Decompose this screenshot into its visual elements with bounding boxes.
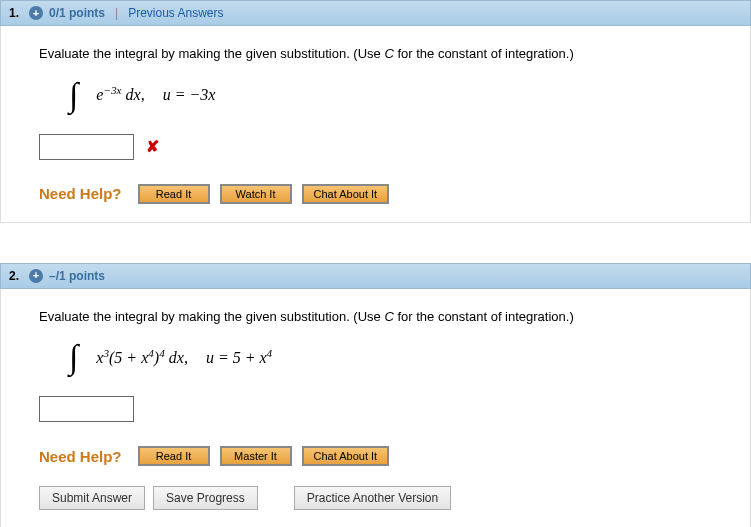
help-row: Need Help? Read It Watch It Chat About I… <box>39 184 732 204</box>
chat-about-it-button[interactable]: Chat About It <box>302 446 390 466</box>
integral-icon: ∫ <box>69 78 78 112</box>
integrand: e−3x dx, <box>96 84 144 104</box>
previous-answers-link[interactable]: Previous Answers <box>128 6 223 20</box>
question-body: Evaluate the integral by making the give… <box>0 26 751 223</box>
bottom-actions: Submit Answer Save Progress Practice Ano… <box>39 486 732 510</box>
prompt-text-b: for the constant of integration.) <box>394 46 574 61</box>
points-text: 0/1 points <box>49 6 105 20</box>
prompt-text-b: for the constant of integration.) <box>394 309 574 324</box>
prompt-text-a: Evaluate the integral by making the give… <box>39 309 384 324</box>
question-block: 2. + –/1 points Evaluate the integral by… <box>0 263 751 528</box>
read-it-button[interactable]: Read It <box>138 184 210 204</box>
prompt-const: C <box>384 309 393 324</box>
prompt-text-a: Evaluate the integral by making the give… <box>39 46 384 61</box>
submit-answer-button[interactable]: Submit Answer <box>39 486 145 510</box>
save-progress-button[interactable]: Save Progress <box>153 486 258 510</box>
points-text: –/1 points <box>49 269 105 283</box>
substitution: u = −3x <box>163 86 216 104</box>
math-expression: ∫ x3(5 + x4)4 dx, u = 5 + x4 <box>69 340 732 374</box>
practice-another-button[interactable]: Practice Another Version <box>294 486 451 510</box>
question-header: 2. + –/1 points <box>0 263 751 289</box>
question-block: 1. + 0/1 points | Previous Answers Evalu… <box>0 0 751 223</box>
question-number: 2. <box>9 269 19 283</box>
integrand: x3(5 + x4)4 dx, <box>96 347 188 367</box>
answer-row <box>39 396 732 422</box>
separator: | <box>115 6 118 20</box>
watch-it-button[interactable]: Watch It <box>220 184 292 204</box>
integral-icon: ∫ <box>69 340 78 374</box>
substitution: u = 5 + x4 <box>206 347 272 367</box>
master-it-button[interactable]: Master It <box>220 446 292 466</box>
answer-input[interactable] <box>39 396 134 422</box>
answer-row: ✘ <box>39 134 732 160</box>
incorrect-icon: ✘ <box>146 137 159 156</box>
help-row: Need Help? Read It Master It Chat About … <box>39 446 732 466</box>
math-expression: ∫ e−3x dx, u = −3x <box>69 78 732 112</box>
question-header: 1. + 0/1 points | Previous Answers <box>0 0 751 26</box>
need-help-label: Need Help? <box>39 185 122 202</box>
question-number: 1. <box>9 6 19 20</box>
question-prompt: Evaluate the integral by making the give… <box>39 44 732 64</box>
need-help-label: Need Help? <box>39 448 122 465</box>
question-prompt: Evaluate the integral by making the give… <box>39 307 732 327</box>
expand-icon[interactable]: + <box>29 6 43 20</box>
prompt-const: C <box>384 46 393 61</box>
chat-about-it-button[interactable]: Chat About It <box>302 184 390 204</box>
read-it-button[interactable]: Read It <box>138 446 210 466</box>
expand-icon[interactable]: + <box>29 269 43 283</box>
question-body: Evaluate the integral by making the give… <box>0 289 751 528</box>
answer-input[interactable] <box>39 134 134 160</box>
